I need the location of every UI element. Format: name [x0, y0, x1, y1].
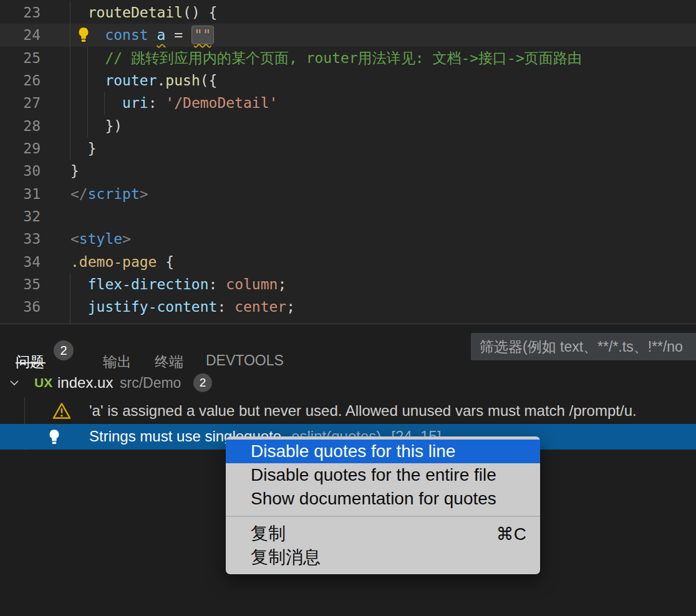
line-number: 29 — [0, 137, 41, 160]
code-text: </script> — [70, 183, 148, 205]
code-text: } — [70, 160, 79, 182]
line-number: 30 — [0, 160, 41, 182]
code-text: router.push({ — [70, 69, 217, 92]
code-line-28[interactable]: 28 }) — [0, 115, 696, 137]
code-text: justify-content: center; — [70, 296, 295, 318]
context-menu: Disable quotes for this lineDisable quot… — [226, 436, 540, 574]
code-text: align-items: center; — [70, 319, 261, 324]
code-line-25[interactable]: 25 // 跳转到应用内的某个页面, router用法详见: 文档->接口->页… — [0, 47, 696, 69]
line-number: 23 — [0, 1, 41, 24]
menu-item-shortcut: ⌘C — [496, 524, 526, 544]
code-line-23[interactable]: 23 routeDetail() { — [0, 1, 696, 24]
code-text: flex-direction: column; — [70, 273, 286, 296]
code-line-26[interactable]: 26 router.push({ — [0, 69, 696, 92]
file-path: src/Demo — [120, 370, 181, 396]
code-text: } — [70, 137, 97, 160]
problems-count-badge: 2 — [54, 340, 74, 360]
active-tab-underline — [16, 362, 46, 363]
line-number: 27 — [0, 92, 41, 114]
code-line-36[interactable]: 36 justify-content: center; — [0, 296, 696, 318]
line-number: 25 — [0, 47, 41, 69]
code-line-27[interactable]: 27 uri: '/DemoDetail' — [0, 92, 696, 114]
code-text: <style> — [70, 228, 131, 250]
tab-output[interactable]: 输出 — [103, 352, 132, 372]
line-number: 24 — [0, 24, 41, 46]
warning-triangle-icon — [52, 402, 71, 420]
code-line-24[interactable]: 24 const a = "" — [0, 24, 696, 46]
chevron-down-icon[interactable] — [8, 377, 21, 389]
lightbulb-icon — [47, 429, 61, 445]
file-name: index.ux — [57, 370, 113, 396]
menu-separator — [226, 516, 540, 517]
menu-item-label: Show documentation for quotes — [251, 489, 496, 509]
line-number: 34 — [0, 251, 41, 273]
code-line-33[interactable]: 33<style> — [0, 228, 696, 250]
line-number: 31 — [0, 183, 41, 205]
code-line-30[interactable]: 30} — [0, 160, 696, 182]
problem-row-warning[interactable]: 'a' is assigned a value but never used. … — [0, 398, 696, 424]
file-problems-badge: 2 — [193, 373, 212, 392]
tab-devtools[interactable]: DEVTOOLS — [206, 352, 284, 369]
line-number: 37 — [0, 319, 41, 324]
problem-message: 'a' is assigned a value but never used. … — [89, 398, 637, 423]
code-line-34[interactable]: 34.demo-page { — [0, 251, 696, 273]
menu-item-label: Disable quotes for this line — [251, 441, 455, 461]
menu-item-0[interactable]: Disable quotes for this line — [226, 440, 540, 463]
tab-terminal[interactable]: 终端 — [155, 352, 183, 372]
ux-file-icon: UX — [34, 370, 52, 396]
code-text: // 跳转到应用内的某个页面, router用法详见: 文档->接口->页面路由 — [70, 47, 582, 69]
line-number: 33 — [0, 228, 41, 250]
menu-item-1[interactable]: Disable quotes for the entire file — [226, 463, 540, 487]
code-text: const a = "" — [70, 24, 214, 46]
menu-item-label: 复制 — [251, 522, 286, 546]
code-text: routeDetail() { — [70, 1, 217, 24]
code-text: .demo-page { — [70, 251, 174, 273]
problems-filter-input[interactable] — [471, 333, 696, 360]
line-number: 35 — [0, 273, 41, 296]
code-text: uri: '/DemoDetail' — [70, 92, 278, 114]
menu-item-4[interactable]: 复制⌘C — [226, 522, 540, 546]
line-number: 28 — [0, 115, 41, 137]
menu-item-label: 复制消息 — [251, 546, 321, 569]
menu-item-2[interactable]: Show documentation for quotes — [226, 487, 540, 511]
menu-item-label: Disable quotes for the entire file — [251, 465, 496, 485]
code-line-31[interactable]: 31</script> — [0, 183, 696, 205]
code-line-35[interactable]: 35 flex-direction: column; — [0, 273, 696, 296]
code-editor[interactable]: 23 routeDetail() {24 const a = ""25 // 跳… — [0, 0, 696, 324]
code-line-32[interactable]: 32 — [0, 205, 696, 228]
menu-item-5[interactable]: 复制消息 — [226, 546, 540, 569]
line-number: 32 — [0, 205, 41, 228]
line-number: 26 — [0, 69, 41, 92]
problems-file-group[interactable]: UX index.ux src/Demo 2 — [0, 370, 696, 396]
code-line-37[interactable]: 37 align-items: center; — [0, 319, 696, 324]
code-line-29[interactable]: 29 } — [0, 137, 696, 160]
code-text: }) — [70, 115, 122, 137]
line-number: 36 — [0, 296, 41, 318]
